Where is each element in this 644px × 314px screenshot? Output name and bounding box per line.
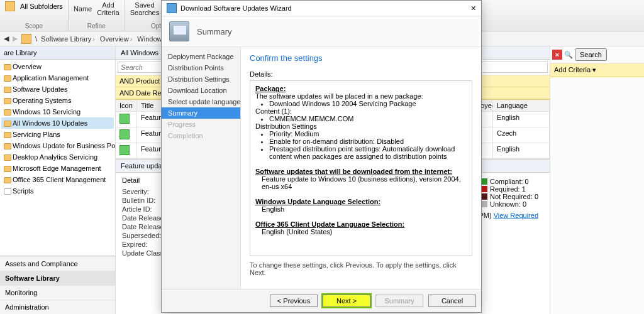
workspace-item[interactable]: Monitoring <box>0 285 115 300</box>
compliance-legend: Compliant: 0Required: 1Not Required: 0Un… <box>481 178 538 208</box>
legend-item: Compliant: 0 <box>481 178 538 185</box>
cancel-button[interactable]: Cancel <box>428 295 476 307</box>
add-criteria-dropdown[interactable]: Add Criteria ▾ <box>550 63 644 77</box>
ribbon-refine: Name Add Criteria Refine <box>69 0 125 31</box>
wizard-step: Completion <box>162 130 240 141</box>
wizard-footer: < Previous Next > Summary Cancel <box>162 289 481 312</box>
wizard-content: Confirm the settings Details: Package: T… <box>241 47 481 289</box>
details-box[interactable]: Package: The software updates will be pl… <box>250 80 472 256</box>
legend-item: Required: 1 <box>481 185 538 193</box>
wizard-step[interactable]: Download Location <box>162 85 240 96</box>
folder-icon <box>5 1 15 11</box>
computer-icon <box>169 21 189 41</box>
library-icon <box>21 34 31 44</box>
col-language[interactable]: Language <box>493 100 550 111</box>
tree-item[interactable]: Application Management <box>1 72 114 84</box>
workspace-bar: Assets and ComplianceSoftware LibraryMon… <box>0 256 115 314</box>
update-icon <box>119 129 130 139</box>
tree-item[interactable]: Operating Systems <box>1 95 114 106</box>
next-button[interactable]: Next > <box>323 295 370 307</box>
tree-item[interactable]: All Windows 10 Updates <box>1 117 114 129</box>
wizard-step[interactable]: Deployment Package <box>162 51 240 62</box>
clear-search-icon[interactable]: × <box>552 50 562 60</box>
workspace-item[interactable]: Administration <box>0 300 115 314</box>
tree-item[interactable]: Overview <box>1 61 114 72</box>
nav-fwd-icon[interactable]: ▶ <box>13 35 18 43</box>
saved-searches-button[interactable]: Saved Searches <box>130 1 159 16</box>
summary-button: Summary <box>375 295 423 307</box>
right-panel: × 🔍 Search Add Criteria ▾ <box>550 46 644 314</box>
wizard-banner-text: Summary <box>197 27 232 36</box>
search-icon: 🔍 <box>564 51 573 59</box>
dist-setting: Priority: Medium <box>269 130 467 138</box>
bc-item[interactable]: Software Library <box>41 35 96 43</box>
tree-item[interactable]: Servicing Plans <box>1 129 114 140</box>
scope-label: Scope <box>25 23 43 30</box>
dist-setting: Prestaged distribution point settings: A… <box>269 145 467 160</box>
wizard-step[interactable]: Select update languages for <box>162 96 240 107</box>
wizard-dialog: Download Software Updates Wizard × Summa… <box>161 0 482 313</box>
wizard-step: Progress <box>162 119 240 130</box>
details-label: Details: <box>250 70 472 78</box>
tree-item[interactable]: Windows Update for Business Policies <box>1 140 114 151</box>
previous-button[interactable]: < Previous <box>270 295 318 307</box>
tree-item[interactable]: Microsoft Edge Management <box>1 163 114 174</box>
wizard-icon <box>167 3 177 13</box>
close-icon[interactable]: × <box>471 3 476 13</box>
workspace-item[interactable]: Software Library <box>0 271 115 285</box>
refine-label: Refine <box>87 23 106 30</box>
legend-item: Not Required: 0 <box>481 193 538 200</box>
wizard-step[interactable]: Distribution Settings <box>162 73 240 85</box>
subfolders-label: All Subfolders <box>20 3 63 10</box>
tree-item[interactable]: Windows 10 Servicing <box>1 106 114 117</box>
dist-setting: Enable for on-demand distribution: Disab… <box>269 138 467 145</box>
nav-header: are Library <box>0 46 115 60</box>
wizard-hint: To change these settings, click Previous… <box>250 261 472 276</box>
view-required-link[interactable]: View Required <box>494 212 538 219</box>
legend-item: Unknown: 0 <box>481 200 538 208</box>
update-icon <box>119 114 130 124</box>
nav-tree: are Library OverviewApplication Manageme… <box>0 46 116 314</box>
wizard-step[interactable]: Summary <box>162 107 240 119</box>
update-icon <box>119 145 130 155</box>
ribbon-scope: All Subfolders Scope <box>0 0 69 31</box>
name-button[interactable]: Name <box>74 5 92 13</box>
bc-item[interactable]: Overview <box>100 35 134 43</box>
workspace-item[interactable]: Assets and Compliance <box>0 256 115 271</box>
wizard-nav: Deployment PackageDistribution PointsDis… <box>162 47 241 289</box>
nav-back-icon[interactable]: ◀ <box>4 35 9 43</box>
col-icon[interactable]: Icon <box>116 100 137 111</box>
wizard-step[interactable]: Distribution Points <box>162 62 240 73</box>
tree-item[interactable]: Office 365 Client Management <box>1 174 114 185</box>
add-criteria-button[interactable]: Add Criteria <box>97 1 119 16</box>
tree-item[interactable]: Software Updates <box>1 84 114 95</box>
wizard-heading: Confirm the settings <box>250 53 472 63</box>
wizard-title: Download Software Updates Wizard <box>180 4 292 12</box>
tree-item[interactable]: Scripts <box>1 185 114 197</box>
tree-item[interactable]: Desktop Analytics Servicing <box>1 151 114 163</box>
search-button[interactable]: Search <box>575 48 607 61</box>
